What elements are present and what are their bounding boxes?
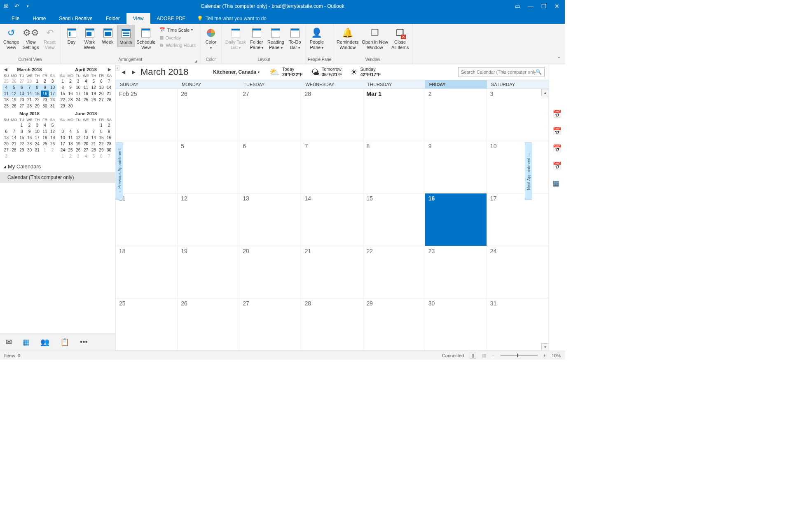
mail-nav-icon[interactable]: ✉	[6, 338, 12, 347]
mini-day[interactable]: 25	[41, 141, 49, 147]
mini-day[interactable]: 19	[49, 135, 56, 141]
zoom-in-icon[interactable]: +	[543, 353, 546, 358]
month-button[interactable]: Month	[117, 26, 135, 47]
mini-day[interactable]: 28	[26, 103, 33, 109]
mini-day[interactable]: 27	[82, 147, 90, 153]
mini-day[interactable]: 3	[33, 122, 41, 128]
mini-day[interactable]: 17	[74, 91, 82, 97]
mini-day[interactable]: 25	[2, 103, 10, 109]
mini-day[interactable]: 13	[18, 91, 26, 97]
mini-day[interactable]: 6	[82, 128, 90, 135]
view-settings-button[interactable]: ⚙⚙ View Settings	[21, 26, 41, 51]
calendar-cell[interactable]: 27	[239, 89, 301, 141]
working-hours-button[interactable]: 🗓Working Hours	[159, 42, 196, 49]
weather-location[interactable]: Kitchener, Canada▾	[213, 69, 260, 75]
mini-day[interactable]: 29	[33, 103, 41, 109]
calendar-cell[interactable]: 28	[301, 298, 363, 351]
collapse-folder-pane-icon[interactable]: ‹	[115, 65, 119, 71]
mini-day[interactable]: 22	[59, 97, 67, 103]
qat-send-receive-icon[interactable]: ✉	[3, 3, 9, 9]
calendar-cell[interactable]: 23	[425, 246, 487, 298]
mini-day[interactable]: 23	[26, 141, 33, 147]
mini-day[interactable]: 26	[10, 78, 18, 84]
mini-day[interactable]: 19	[10, 97, 18, 103]
search-input[interactable]	[461, 70, 536, 75]
mini-day[interactable]: 5	[49, 122, 56, 128]
mini-day[interactable]: 26	[90, 97, 98, 103]
mini-day[interactable]: 8	[98, 128, 105, 135]
mini-day[interactable]: 24	[49, 97, 56, 103]
calendar-cell[interactable]: 30	[425, 298, 487, 351]
mini-day[interactable]: 21	[26, 97, 33, 103]
weather-item[interactable]: 🌤Tomorrow35°F/21°F	[311, 67, 342, 77]
mini-day[interactable]: 22	[98, 141, 105, 147]
mini-day[interactable]: 12	[49, 128, 56, 135]
mini-day[interactable]: 14	[105, 84, 113, 91]
search-box[interactable]: 🔍	[458, 67, 545, 77]
mini-day[interactable]: 4	[67, 128, 75, 135]
mini-day[interactable]: 24	[33, 141, 41, 147]
mini-day[interactable]: 21	[90, 141, 98, 147]
mini-day[interactable]: 27	[98, 97, 105, 103]
mini-day[interactable]: 28	[90, 147, 98, 153]
qat-customize-icon[interactable]: ▾	[25, 3, 30, 9]
mini-day[interactable]: 18	[41, 135, 49, 141]
reset-view-button[interactable]: ↶ Reset View	[41, 26, 59, 51]
mini-day[interactable]: 20	[82, 141, 90, 147]
calendar-cell[interactable]: 12	[178, 193, 239, 246]
work-week-button[interactable]: Work Week	[81, 26, 99, 51]
time-scale-button[interactable]: 📅Time Scale▾	[159, 26, 196, 33]
mini-day[interactable]: 29	[18, 147, 26, 153]
tab-file[interactable]: File	[5, 13, 26, 24]
calendar-cell[interactable]: 28	[301, 89, 363, 141]
undo-icon[interactable]: ↶	[14, 3, 20, 9]
change-view-button[interactable]: ↺ Change View	[2, 26, 21, 51]
mini-day[interactable]: 18	[82, 91, 90, 97]
mini-day[interactable]: 16	[67, 91, 75, 97]
todo-bar-button[interactable]: To-Do Bar ▾	[286, 26, 304, 51]
folder-pane-button[interactable]: Folder Pane ▾	[248, 26, 266, 51]
mini-day[interactable]: 3	[74, 78, 82, 84]
mini-day[interactable]: 15	[98, 135, 105, 141]
schedule-view-button[interactable]: Schedule View	[135, 26, 157, 51]
calendar-cell[interactable]: 3	[487, 89, 549, 141]
open-new-window-button[interactable]: ❐Open in New Window	[360, 26, 390, 51]
mini-day[interactable]: 1	[33, 78, 41, 84]
mini-day[interactable]: 3	[74, 153, 82, 159]
calendar-cell[interactable]: 7	[301, 141, 363, 193]
mini-day[interactable]: 20	[98, 91, 105, 97]
calendar-cell[interactable]: 31	[487, 298, 549, 351]
calendar-cell[interactable]: 11	[116, 193, 178, 246]
mini-day[interactable]: 6	[2, 128, 10, 135]
mini-day[interactable]: 24	[74, 97, 82, 103]
mini-day[interactable]: 12	[90, 84, 98, 91]
mini-day[interactable]: 20	[2, 141, 10, 147]
mini-day[interactable]: 8	[18, 128, 26, 135]
mini-day[interactable]: 5	[10, 84, 18, 91]
tab-home[interactable]: Home	[26, 13, 52, 24]
calendar-cell[interactable]: 13	[239, 193, 301, 246]
mini-day[interactable]: 23	[105, 141, 113, 147]
weather-item[interactable]: ⛅Today28°F/22°F	[269, 67, 303, 77]
arrangement-dialog-launcher[interactable]: ◢	[194, 59, 197, 63]
mini-day[interactable]: 10	[59, 135, 67, 141]
mini-day[interactable]: 28	[26, 78, 33, 84]
mini-day[interactable]: 2	[67, 153, 75, 159]
tab-view[interactable]: View	[126, 13, 150, 24]
mini-day[interactable]: 25	[67, 147, 75, 153]
people-nav-icon[interactable]: 👥	[40, 338, 49, 347]
calendar-grid-peek-icon[interactable]: ▦	[552, 179, 562, 186]
mini-day[interactable]: 21	[10, 141, 18, 147]
mini-day[interactable]: 31	[33, 147, 41, 153]
calendar-cell[interactable]: 6	[239, 141, 301, 193]
tell-me-box[interactable]: 💡 Tell me what you want to do	[192, 13, 271, 24]
calendar-checked-peek-icon[interactable]: 📅	[552, 161, 562, 169]
mini-day[interactable]: 15	[33, 91, 41, 97]
mini-day[interactable]: 11	[2, 91, 10, 97]
mini-day[interactable]: 16	[26, 135, 33, 141]
reading-pane-button[interactable]: Reading Pane ▾	[266, 26, 286, 51]
calendar-cell[interactable]: 18	[116, 246, 178, 298]
mini-day[interactable]: 5	[90, 78, 98, 84]
mini-day[interactable]: 30	[26, 147, 33, 153]
collapse-ribbon-icon[interactable]: ⌃	[557, 56, 562, 62]
